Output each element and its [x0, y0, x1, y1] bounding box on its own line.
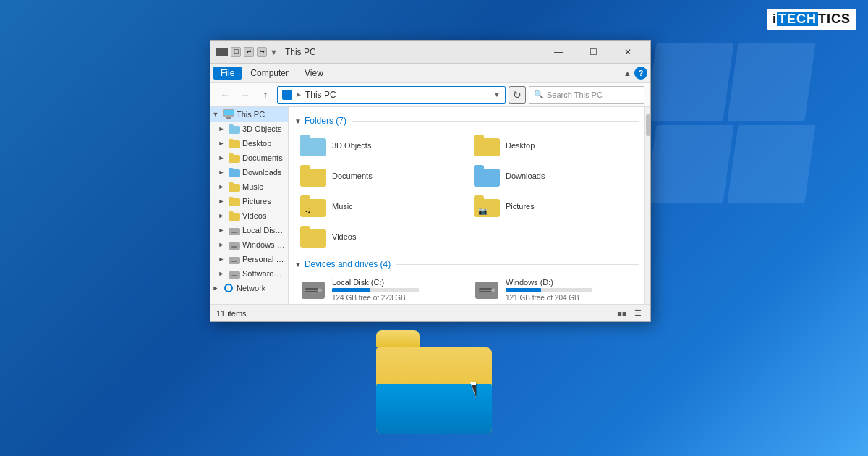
- mouse-cursor: [470, 382, 476, 398]
- hdd-body-d: [475, 282, 498, 299]
- sidebar-label-e: Personal (E:): [242, 255, 285, 263]
- device-fill-d: [506, 288, 541, 292]
- device-item-c[interactable]: Local Disk (C:) 124 GB free of 223 GB: [294, 275, 465, 304]
- expand-icon-downloads: ►: [216, 167, 226, 177]
- sidebar-item-3d-objects[interactable]: ► 3D Objects: [210, 122, 288, 136]
- device-item-d[interactable]: Windows (D:) 121 GB free of 204 GB: [468, 275, 639, 304]
- ribbon-expand[interactable]: ▲: [624, 69, 631, 77]
- folder-name-documents: Documents: [332, 172, 373, 180]
- refresh-button[interactable]: ↻: [509, 86, 526, 104]
- folder-item-pictures[interactable]: 📷 Pictures: [468, 193, 639, 220]
- scrollbar-thumb[interactable]: [646, 114, 650, 136]
- folder-item-3d[interactable]: 3D Objects: [294, 132, 465, 159]
- sidebar-item-this-pc[interactable]: ▼ This PC: [210, 107, 288, 122]
- device-progress-c: [332, 288, 419, 292]
- sidebar-item-downloads[interactable]: ► Downloads: [210, 165, 288, 180]
- sidebar-item-videos[interactable]: ► Videos: [210, 208, 288, 223]
- address-path[interactable]: ► This PC ▼: [277, 86, 506, 104]
- folders-section-header[interactable]: ▼ Folders (7): [294, 116, 639, 126]
- brand-logo: iTECHTICS: [767, 9, 856, 30]
- folder-icon-videos-lg: [300, 226, 326, 248]
- search-placeholder: Search This PC: [547, 90, 603, 99]
- sidebar-item-network[interactable]: ► Network: [210, 281, 288, 295]
- details-view[interactable]: ☰: [631, 307, 644, 320]
- devices-divider: [396, 264, 639, 265]
- devices-title: Devices and drives (4): [305, 259, 391, 269]
- drive-icon-d-lg: [474, 279, 500, 302]
- menu-file[interactable]: File: [213, 67, 242, 80]
- title-separator: ▼: [270, 48, 278, 56]
- devices-section-header[interactable]: ▼ Devices and drives (4): [294, 259, 639, 269]
- folder-item-downloads[interactable]: Downloads: [468, 162, 639, 190]
- view-controls: ■■ ☰: [616, 307, 644, 320]
- folder-icon-documents-lg: [300, 165, 326, 187]
- folder-icon-pictures-lg: 📷: [474, 195, 500, 217]
- sidebar-item-local-disk-c[interactable]: ► Local Disk (C:): [210, 223, 288, 237]
- folder-name-pictures: Pictures: [506, 202, 535, 211]
- up-button[interactable]: ↑: [257, 86, 274, 104]
- devices-grid: Local Disk (C:) 124 GB free of 223 GB: [294, 275, 639, 304]
- folders-title: Folders (7): [305, 116, 346, 126]
- folder-tab-lg: [376, 330, 420, 347]
- folder-item-desktop[interactable]: Desktop: [468, 132, 639, 159]
- drive-icon-c-lg: [300, 279, 326, 302]
- folders-divider: [352, 121, 639, 122]
- menu-computer[interactable]: Computer: [243, 67, 296, 80]
- expand-icon-f: ►: [216, 269, 226, 279]
- path-text: This PC: [305, 90, 336, 100]
- file-area: ▼ Folders (7) 3D Objects: [289, 107, 644, 304]
- folder-icon-pictures: [229, 197, 240, 206]
- help-button[interactable]: ?: [634, 67, 647, 80]
- device-name-c: Local Disk (C:): [332, 278, 419, 287]
- sidebar-label-f: Softwares (F:): [242, 269, 285, 278]
- explorer-window: ☐ ↩ ↪ ▼ This PC — ☐ ✕ File Computer View…: [210, 40, 651, 322]
- title-bar-controls: — ☐ ✕: [542, 41, 644, 64]
- sidebar-label-d: Windows (D:): [242, 240, 285, 249]
- large-icons-view[interactable]: ■■: [616, 307, 629, 320]
- maximize-button[interactable]: ☐: [576, 41, 610, 64]
- back-button[interactable]: ←: [216, 86, 234, 104]
- device-size-d: 121 GB free of 204 GB: [506, 294, 592, 302]
- minimize-button[interactable]: —: [542, 41, 575, 64]
- sidebar-item-softwares-f[interactable]: ► Softwares (F:): [210, 266, 288, 281]
- sidebar-label-this-pc: This PC: [237, 110, 265, 119]
- expand-icon-videos: ►: [216, 211, 226, 221]
- sidebar-item-documents[interactable]: ► Documents: [210, 151, 288, 165]
- folder-name-music: Music: [332, 202, 353, 211]
- expand-icon-pictures: ►: [216, 196, 226, 206]
- folder-item-music[interactable]: ♫ Music: [294, 193, 465, 220]
- quick-access-btn[interactable]: ☐: [231, 47, 241, 57]
- forward-button[interactable]: →: [237, 86, 254, 104]
- sidebar-item-music[interactable]: ► Music: [210, 180, 288, 194]
- sidebar-item-pictures[interactable]: ► Pictures: [210, 194, 288, 208]
- folder-icon-music-lg: ♫: [300, 195, 326, 217]
- sidebar-item-desktop[interactable]: ► Desktop: [210, 136, 288, 151]
- app-icon: [216, 48, 228, 56]
- sidebar-label-documents: Documents: [242, 153, 283, 162]
- win-pane-2: [727, 43, 815, 121]
- brand-tech: TECH: [777, 12, 818, 26]
- drive-icon-c: [229, 226, 240, 235]
- expand-icon-d: ►: [216, 240, 226, 250]
- undo-btn[interactable]: ↩: [244, 47, 254, 57]
- folder-icon-documents: [229, 153, 240, 163]
- sidebar-label-downloads: Downloads: [242, 168, 281, 177]
- path-dropdown[interactable]: ▼: [493, 90, 501, 98]
- drive-icon-d: [229, 240, 240, 250]
- search-box[interactable]: 🔍 Search This PC: [529, 86, 644, 104]
- close-button[interactable]: ✕: [611, 41, 644, 64]
- sidebar-item-windows-d[interactable]: ► Windows (D:): [210, 237, 288, 252]
- taskbar-folder: [376, 318, 492, 434]
- scrollbar[interactable]: [644, 107, 650, 304]
- window-title: This PC: [285, 47, 316, 57]
- folder-item-videos[interactable]: Videos: [294, 223, 465, 250]
- windows-logo-bg: [651, 43, 810, 203]
- hdd-dot: [318, 288, 322, 292]
- folder-item-documents[interactable]: Documents: [294, 162, 465, 190]
- win-pane-3: [645, 125, 733, 203]
- sidebar-item-personal-e[interactable]: ► Personal (E:): [210, 252, 288, 266]
- redo-btn[interactable]: ↪: [257, 47, 267, 57]
- address-bar: ← → ↑ ► This PC ▼ ↻ 🔍 Search This PC: [210, 83, 650, 107]
- menu-view[interactable]: View: [297, 67, 331, 80]
- content-area: ▼ This PC ► 3D Objects ►: [210, 107, 650, 304]
